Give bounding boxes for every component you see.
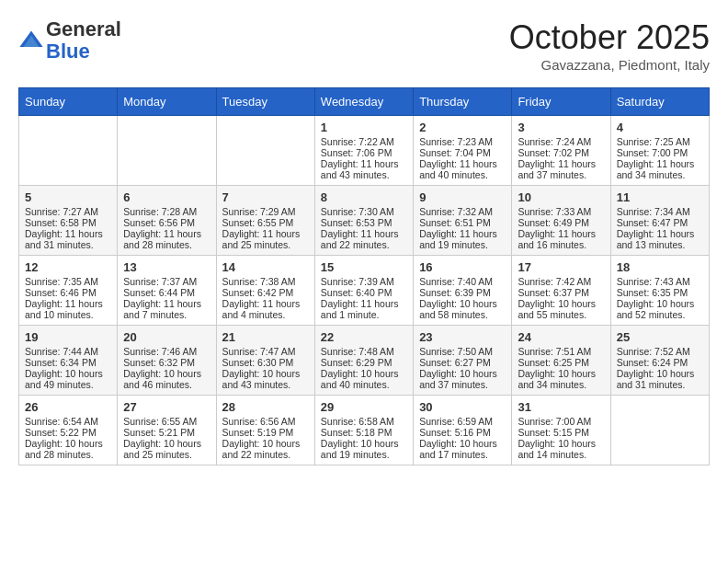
day-info: Daylight: 11 hours and 43 minutes. [321,158,407,180]
day-info: Sunrise: 7:48 AM [321,346,407,357]
day-info: Sunset: 6:37 PM [518,287,604,298]
day-info: Sunrise: 6:58 AM [321,416,407,427]
day-number: 26 [25,400,111,414]
day-info: Sunrise: 7:00 AM [518,416,604,427]
calendar-cell: 21Sunrise: 7:47 AMSunset: 6:30 PMDayligh… [216,326,314,396]
day-of-week-header: Thursday [414,88,512,116]
day-info: Daylight: 10 hours and 19 minutes. [321,438,407,460]
calendar-cell [610,396,709,465]
calendar-cell: 12Sunrise: 7:35 AMSunset: 6:46 PMDayligh… [19,256,118,326]
calendar-cell: 10Sunrise: 7:33 AMSunset: 6:49 PMDayligh… [512,186,610,256]
day-info: Daylight: 10 hours and 40 minutes. [321,368,407,390]
calendar-cell [19,116,118,186]
calendar-cell: 7Sunrise: 7:29 AMSunset: 6:55 PMDaylight… [216,186,314,256]
day-info: Daylight: 11 hours and 40 minutes. [419,158,506,180]
day-info: Sunrise: 7:40 AM [419,276,506,287]
day-number: 13 [123,260,210,274]
day-info: Sunrise: 7:46 AM [123,346,210,357]
day-info: Sunrise: 6:59 AM [419,416,506,427]
day-info: Daylight: 11 hours and 19 minutes. [419,228,506,250]
day-info: Daylight: 10 hours and 22 minutes. [222,438,309,460]
day-info: Daylight: 11 hours and 22 minutes. [321,228,407,250]
day-info: Sunset: 7:06 PM [321,147,407,158]
calendar-cell: 31Sunrise: 7:00 AMSunset: 5:15 PMDayligh… [512,396,610,465]
day-info: Daylight: 11 hours and 4 minutes. [222,298,309,320]
calendar-table: SundayMondayTuesdayWednesdayThursdayFrid… [18,87,710,465]
day-info: Daylight: 11 hours and 16 minutes. [518,228,604,250]
day-number: 4 [617,121,703,134]
calendar-cell: 26Sunrise: 6:54 AMSunset: 5:22 PMDayligh… [19,396,118,465]
day-number: 22 [321,330,407,344]
day-info: Sunrise: 7:25 AM [617,136,703,147]
day-number: 31 [518,400,604,414]
day-number: 24 [518,330,604,344]
day-info: Sunrise: 7:34 AM [617,206,703,217]
day-info: Sunset: 6:39 PM [419,287,506,298]
day-number: 2 [419,121,506,134]
day-info: Sunset: 5:22 PM [25,427,111,438]
day-info: Daylight: 10 hours and 37 minutes. [419,368,506,390]
logo-general-text: General [46,17,121,40]
day-info: Sunrise: 7:27 AM [25,206,111,217]
day-number: 9 [419,190,506,204]
day-number: 21 [222,330,309,344]
day-number: 20 [123,330,210,344]
day-info: Daylight: 10 hours and 34 minutes. [518,368,604,390]
day-info: Sunrise: 6:56 AM [222,416,309,427]
day-info: Daylight: 10 hours and 43 minutes. [222,368,309,390]
page-header: General Blue October 2025 Gavazzana, Pie… [18,18,710,73]
day-info: Daylight: 10 hours and 25 minutes. [123,438,210,460]
day-number: 23 [419,330,506,344]
day-of-week-header: Sunday [19,88,118,116]
calendar-cell: 1Sunrise: 7:22 AMSunset: 7:06 PMDaylight… [314,116,413,186]
day-info: Sunrise: 7:22 AM [321,136,407,147]
day-of-week-header: Friday [512,88,610,116]
day-number: 19 [25,330,111,344]
day-info: Daylight: 11 hours and 25 minutes. [222,228,309,250]
day-info: Sunset: 6:58 PM [25,217,111,228]
day-info: Sunset: 6:56 PM [123,217,210,228]
day-info: Sunset: 6:51 PM [419,217,506,228]
day-info: Sunset: 6:49 PM [518,217,604,228]
calendar-week-row: 1Sunrise: 7:22 AMSunset: 7:06 PMDaylight… [19,116,710,186]
calendar-cell: 4Sunrise: 7:25 AMSunset: 7:00 PMDaylight… [610,116,709,186]
day-number: 12 [25,260,111,274]
day-info: Sunset: 6:29 PM [321,357,407,368]
logo: General Blue [18,18,121,63]
calendar-cell: 3Sunrise: 7:24 AMSunset: 7:02 PMDaylight… [512,116,610,186]
day-info: Sunset: 7:04 PM [419,147,506,158]
day-info: Sunrise: 6:54 AM [25,416,111,427]
day-info: Daylight: 11 hours and 31 minutes. [25,228,111,250]
day-info: Sunset: 5:19 PM [222,427,309,438]
day-info: Sunset: 6:46 PM [25,287,111,298]
day-info: Sunrise: 6:55 AM [123,416,210,427]
calendar-cell: 22Sunrise: 7:48 AMSunset: 6:29 PMDayligh… [314,326,413,396]
calendar-cell: 30Sunrise: 6:59 AMSunset: 5:16 PMDayligh… [414,396,512,465]
calendar-cell: 24Sunrise: 7:51 AMSunset: 6:25 PMDayligh… [512,326,610,396]
day-info: Sunset: 6:40 PM [321,287,407,298]
day-info: Sunrise: 7:50 AM [419,346,506,357]
calendar-cell: 6Sunrise: 7:28 AMSunset: 6:56 PMDaylight… [118,186,216,256]
day-info: Sunset: 5:15 PM [518,427,604,438]
day-info: Sunset: 5:18 PM [321,427,407,438]
calendar-cell: 28Sunrise: 6:56 AMSunset: 5:19 PMDayligh… [216,396,314,465]
day-info: Sunrise: 7:32 AM [419,206,506,217]
calendar-header-row: SundayMondayTuesdayWednesdayThursdayFrid… [19,88,710,116]
day-info: Sunset: 6:47 PM [617,217,703,228]
calendar-cell: 17Sunrise: 7:42 AMSunset: 6:37 PMDayligh… [512,256,610,326]
day-info: Sunset: 6:27 PM [419,357,506,368]
calendar-cell: 20Sunrise: 7:46 AMSunset: 6:32 PMDayligh… [118,326,216,396]
day-info: Sunset: 6:55 PM [222,217,309,228]
calendar-cell: 8Sunrise: 7:30 AMSunset: 6:53 PMDaylight… [314,186,413,256]
calendar-cell: 27Sunrise: 6:55 AMSunset: 5:21 PMDayligh… [118,396,216,465]
day-info: Daylight: 11 hours and 13 minutes. [617,228,703,250]
day-info: Daylight: 10 hours and 31 minutes. [617,368,703,390]
day-info: Daylight: 11 hours and 1 minute. [321,298,407,320]
day-info: Daylight: 11 hours and 37 minutes. [518,158,604,180]
calendar-cell: 14Sunrise: 7:38 AMSunset: 6:42 PMDayligh… [216,256,314,326]
day-info: Daylight: 11 hours and 7 minutes. [123,298,210,320]
day-info: Sunrise: 7:30 AM [321,206,407,217]
day-info: Sunrise: 7:24 AM [518,136,604,147]
day-of-week-header: Wednesday [314,88,413,116]
day-info: Sunset: 7:02 PM [518,147,604,158]
